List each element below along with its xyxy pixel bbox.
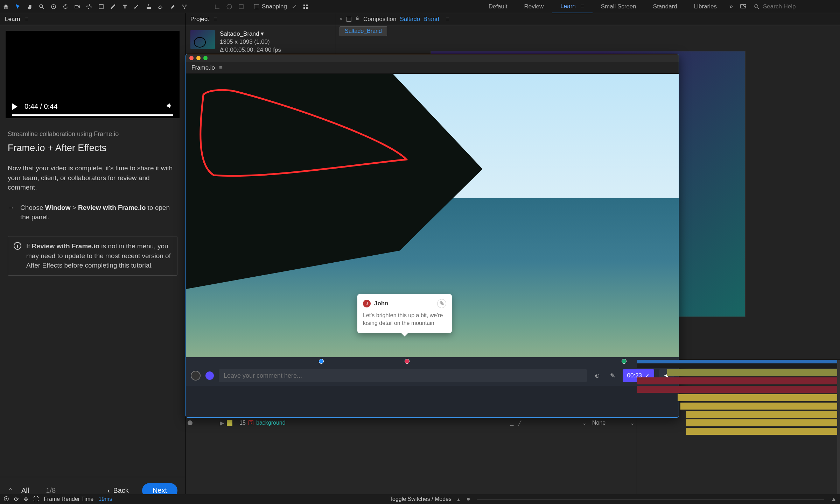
timeline-track[interactable]: [637, 419, 840, 427]
volume-icon[interactable]: [166, 102, 173, 111]
timeline-track[interactable]: [637, 377, 840, 385]
clip-bar[interactable]: [637, 386, 840, 393]
layer-name[interactable]: background: [256, 420, 507, 426]
snapping-options-icon[interactable]: ⤢: [292, 3, 297, 10]
footer-all[interactable]: All: [21, 487, 29, 495]
workspace-learn[interactable]: Learn≡: [552, 0, 592, 13]
puppet-tool-icon[interactable]: [178, 1, 190, 13]
zoom-in-icon[interactable]: ▲: [831, 496, 836, 502]
timeline-track[interactable]: [637, 410, 840, 419]
workspace-standard[interactable]: Standard: [645, 0, 686, 13]
roto-brush-tool-icon[interactable]: [167, 1, 178, 13]
axis-local-icon[interactable]: [211, 1, 223, 13]
pan-behind-tool-icon[interactable]: [83, 1, 95, 13]
frameio-tab-label[interactable]: Frame.io: [191, 64, 215, 71]
toggle-switches-button[interactable]: Toggle Switches / Modes: [390, 496, 451, 502]
clip-bar[interactable]: [686, 419, 840, 426]
clone-stamp-tool-icon[interactable]: [143, 1, 155, 13]
zoom-handle-icon[interactable]: [467, 498, 470, 501]
blend-dropdown-icon[interactable]: ⌄: [579, 420, 589, 426]
clip-bar[interactable]: [680, 403, 840, 410]
window-close-icon[interactable]: [189, 56, 194, 60]
comment-popup[interactable]: J John ✎ Let's brighten this up a bit, w…: [357, 294, 452, 333]
zoom-slider[interactable]: [477, 499, 824, 499]
orbit-tool-icon[interactable]: [48, 1, 59, 13]
timeline-track[interactable]: [637, 368, 840, 377]
play-icon[interactable]: [12, 103, 18, 110]
timeline-layer-row[interactable]: ▶15Rbackground⎯╱⌄None⌄: [186, 419, 637, 427]
back-button[interactable]: ‹Back: [107, 487, 129, 495]
workspace-libraries[interactable]: Libraries: [686, 0, 725, 13]
tool-orb-icon[interactable]: [205, 371, 214, 380]
brush-tool-icon[interactable]: [131, 1, 143, 13]
panel-menu-icon[interactable]: ≡: [219, 64, 223, 71]
clip-bar[interactable]: [686, 411, 840, 418]
workspace-more-icon[interactable]: »: [725, 3, 737, 10]
emoji-icon[interactable]: ☺: [592, 370, 602, 381]
axis-world-icon[interactable]: [223, 1, 235, 13]
draw-icon[interactable]: ✎: [607, 370, 618, 381]
snap-settings-icon[interactable]: [300, 1, 312, 13]
twirl-icon[interactable]: ▶: [220, 420, 224, 426]
timeline-ruler[interactable]: 03:00f 03:12f 04:00f 04:12f 05:0: [637, 360, 840, 368]
clip-bar[interactable]: [686, 428, 840, 435]
learn-tab-label[interactable]: Learn: [5, 16, 20, 23]
axis-view-icon[interactable]: [235, 1, 247, 13]
comment-marker[interactable]: [622, 359, 626, 364]
parent-menu[interactable]: None: [592, 420, 627, 426]
flowchart-chip[interactable]: Saltado_Brand: [340, 26, 387, 36]
comp-tab-name[interactable]: Saltado_Brand: [400, 16, 439, 23]
layer-color-swatch[interactable]: [227, 420, 232, 426]
window-minimize-icon[interactable]: [196, 56, 201, 60]
clip-bar[interactable]: [667, 369, 840, 376]
toggle-blur-icon[interactable]: ❖: [23, 496, 28, 503]
close-comp-icon[interactable]: ×: [340, 16, 343, 23]
rotate-tool-icon[interactable]: [59, 1, 71, 13]
timeline-track[interactable]: [637, 402, 840, 410]
lock-icon[interactable]: [355, 16, 360, 23]
home-icon[interactable]: [0, 1, 12, 13]
video-progress[interactable]: [12, 114, 173, 116]
snapping-toggle[interactable]: Snapping ⤢: [254, 3, 297, 10]
search-input[interactable]: [763, 3, 833, 10]
zoom-tool-icon[interactable]: [36, 1, 48, 13]
selection-tool-icon[interactable]: [12, 1, 24, 13]
camera-tool-icon[interactable]: [71, 1, 83, 13]
text-tool-icon[interactable]: [119, 1, 131, 13]
sync-settings-icon[interactable]: [737, 3, 749, 10]
panel-menu-icon[interactable]: ≡: [214, 16, 217, 23]
eraser-tool-icon[interactable]: [155, 1, 167, 13]
comment-marker[interactable]: [405, 359, 410, 364]
mask-tool-icon[interactable]: [95, 1, 107, 13]
tutorial-video[interactable]: 0:44 / 0:44: [6, 31, 180, 118]
workspace-review[interactable]: Review: [516, 0, 552, 13]
clip-bar[interactable]: [678, 394, 840, 401]
scroll-handle[interactable]: [837, 360, 840, 504]
comment-marker[interactable]: [319, 359, 324, 364]
parent-caret-icon[interactable]: ⌄: [630, 420, 635, 426]
layer-source-icon[interactable]: [346, 17, 351, 22]
toggle-shy-icon[interactable]: ⦿: [4, 496, 9, 502]
toggle-render-icon[interactable]: ⟳: [14, 496, 19, 503]
checkbox-icon[interactable]: [254, 4, 259, 9]
frameio-panel[interactable]: Frame.io ≡ J John: [186, 54, 679, 418]
search-help[interactable]: [749, 3, 840, 10]
hand-tool-icon[interactable]: [24, 1, 36, 13]
comment-marker-track[interactable]: [186, 357, 679, 365]
visibility-toggle-icon[interactable]: [188, 420, 192, 425]
workspace-small-screen[interactable]: Small Screen: [593, 0, 645, 13]
expand-icon[interactable]: ⌃: [8, 487, 13, 495]
panel-menu-icon[interactable]: ≡: [446, 16, 449, 23]
timeline-track[interactable]: [637, 385, 840, 393]
clip-bar[interactable]: [637, 377, 840, 384]
frameio-media[interactable]: J John ✎ Let's brighten this up a bit, w…: [186, 74, 679, 357]
zoom-out-icon[interactable]: ▴: [457, 496, 460, 503]
layer-handles[interactable]: ⎯╱: [510, 420, 531, 426]
pen-tool-icon[interactable]: [107, 1, 119, 13]
timeline-track[interactable]: [637, 427, 840, 435]
window-zoom-icon[interactable]: [203, 56, 208, 60]
comment-input[interactable]: [219, 369, 587, 382]
timeline-track[interactable]: [637, 393, 840, 402]
toggle-fx-icon[interactable]: ⛶: [33, 496, 39, 502]
window-titlebar[interactable]: [186, 54, 679, 62]
